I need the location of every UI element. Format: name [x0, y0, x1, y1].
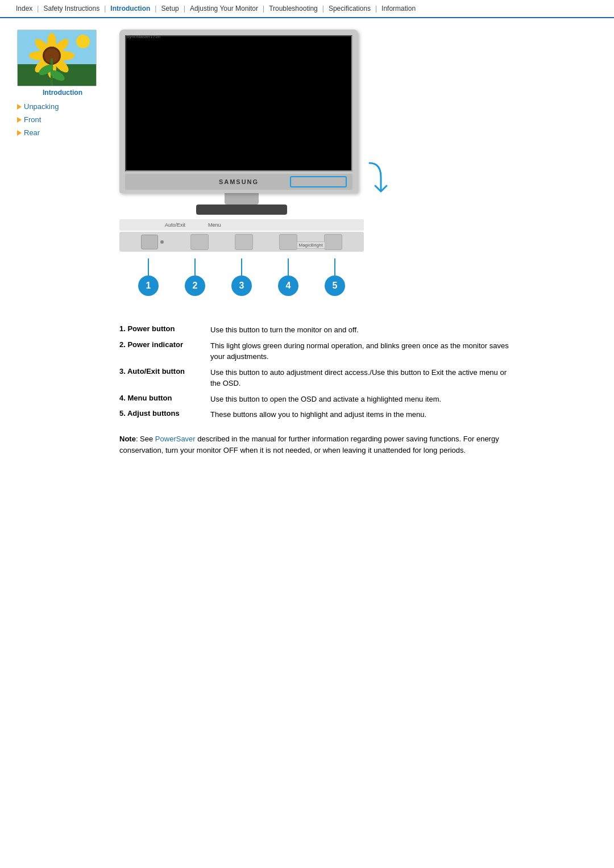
sidebar-image: [17, 30, 97, 86]
nav-setup[interactable]: Setup: [156, 3, 183, 14]
monitor-screen: [125, 35, 352, 172]
desc-text-4: Use this button to open the OSD and acti…: [210, 394, 517, 405]
ctrl-btn-4: [279, 234, 297, 250]
nav-index[interactable]: Index: [11, 3, 37, 14]
nav-introduction[interactable]: Introduction: [106, 3, 155, 14]
monitor-body: SyncMaster172n SAMSUNG: [119, 30, 358, 193]
description-table: 1. Power button Use this button to turn …: [119, 324, 517, 425]
desc-text-2: This light glows green during normal ope…: [210, 340, 517, 362]
line-4: [288, 258, 289, 276]
desc-row-4: 4. Menu button Use this button to open t…: [119, 394, 517, 405]
arrow-front-icon: [17, 117, 22, 123]
line-3: [241, 258, 242, 276]
desc-label-2: 2. Power indicator: [119, 340, 210, 349]
sidebar-image-inner: [18, 30, 96, 86]
numbers-row: 1 2 3 4 5: [119, 258, 364, 296]
power-btn-visual: [141, 235, 158, 249]
monitor-base: [196, 205, 287, 215]
desc-row-2: 2. Power indicator This light glows gree…: [119, 340, 517, 362]
number-group-5: 5: [325, 258, 345, 296]
sidebar-intro-label: Introduction: [17, 89, 108, 97]
desc-row-1: 1. Power button Use this button to turn …: [119, 324, 517, 336]
line-2: [194, 258, 196, 276]
nav-troubleshooting[interactable]: Troubleshooting: [264, 3, 322, 14]
sidebar-front-label: Front: [24, 115, 41, 124]
note-colon: : See: [136, 435, 155, 443]
number-group-3: 3: [231, 258, 252, 296]
monitor-brand-bar: SAMSUNG: [125, 174, 352, 190]
number-circle-4: 4: [278, 276, 298, 296]
number-circle-1: 1: [138, 276, 159, 296]
power-area: [141, 235, 164, 249]
arrow-unpacking-icon: [17, 104, 22, 110]
control-strip-top: Auto/Exit Menu: [119, 219, 364, 231]
control-strip: MagicBright: [119, 232, 364, 252]
svg-point-2: [76, 35, 90, 48]
power-indicator-dot: [160, 240, 164, 244]
ctrl-btn-3: [235, 234, 253, 250]
note-prefix: Note: [119, 435, 136, 443]
nav-safety[interactable]: Safety Instructions: [39, 3, 104, 14]
ctrl-btn-5: [324, 234, 342, 250]
desc-text-3: Use this button to auto adjustment direc…: [210, 367, 517, 389]
desc-label-4: 4. Menu button: [119, 394, 210, 402]
magicbright-label: MagicBright: [297, 241, 325, 249]
desc-label-1: 1. Power button: [119, 324, 210, 333]
desc-text-5: These buttons allow you to highlight and…: [210, 409, 517, 420]
desc-label-5: 5. Adjust buttons: [119, 409, 210, 418]
monitor-neck: [225, 193, 259, 205]
ctrl-btn-5-area: MagicBright: [324, 234, 342, 250]
sidebar-unpacking-label: Unpacking: [24, 102, 59, 111]
number-circle-2: 2: [185, 276, 205, 296]
desc-text-1: Use this button to turn the monitor on a…: [210, 324, 517, 336]
sidebar-item-rear[interactable]: Rear: [17, 128, 108, 137]
main-content: Introduction Unpacking Front Rear SyncMa…: [0, 18, 614, 468]
number-group-2: 2: [185, 258, 205, 296]
number-group-1: 1: [138, 258, 159, 296]
sidebar-rear-label: Rear: [24, 128, 40, 137]
sidebar: Introduction Unpacking Front Rear: [17, 30, 108, 457]
desc-row-3: 3. Auto/Exit button Use this button to a…: [119, 367, 517, 389]
arrow-rear-icon: [17, 130, 22, 136]
content-area: SyncMaster172n SAMSUNG Auto/Exit Menu: [119, 30, 597, 457]
monitor-model-label: SyncMaster172n: [126, 34, 160, 39]
powersaver-link[interactable]: PowerSaver: [155, 435, 196, 443]
line-1: [148, 258, 149, 276]
monitor-brand-text: SAMSUNG: [219, 178, 259, 185]
monitor-buttons-highlight-box: [290, 176, 347, 187]
nav-adjusting[interactable]: Adjusting Your Monitor: [185, 3, 263, 14]
number-circle-5: 5: [325, 276, 345, 296]
ctrl-label-menu: Menu: [208, 222, 221, 228]
line-5: [334, 258, 335, 276]
navigation-bar: Index | Safety Instructions | Introducti…: [0, 0, 614, 18]
sidebar-item-front[interactable]: Front: [17, 115, 108, 124]
sidebar-item-unpacking[interactable]: Unpacking: [17, 102, 108, 111]
ctrl-label-auto: Auto/Exit: [165, 222, 185, 228]
control-area: Auto/Exit Menu MagicBright: [119, 219, 364, 252]
nav-specifications[interactable]: Specifications: [324, 3, 375, 14]
note-section: Note: See PowerSaver described in the ma…: [119, 433, 517, 457]
number-group-4: 4: [278, 258, 298, 296]
number-circle-3: 3: [231, 276, 252, 296]
desc-label-3: 3. Auto/Exit button: [119, 367, 210, 375]
monitor-container: SyncMaster172n SAMSUNG Auto/Exit Menu: [119, 30, 364, 296]
desc-row-5: 5. Adjust buttons These buttons allow yo…: [119, 409, 517, 420]
blue-arrow-icon: [364, 160, 398, 200]
sidebar-sunflower-svg: [18, 30, 97, 86]
ctrl-btn-2: [190, 234, 209, 250]
nav-information[interactable]: Information: [377, 3, 420, 14]
